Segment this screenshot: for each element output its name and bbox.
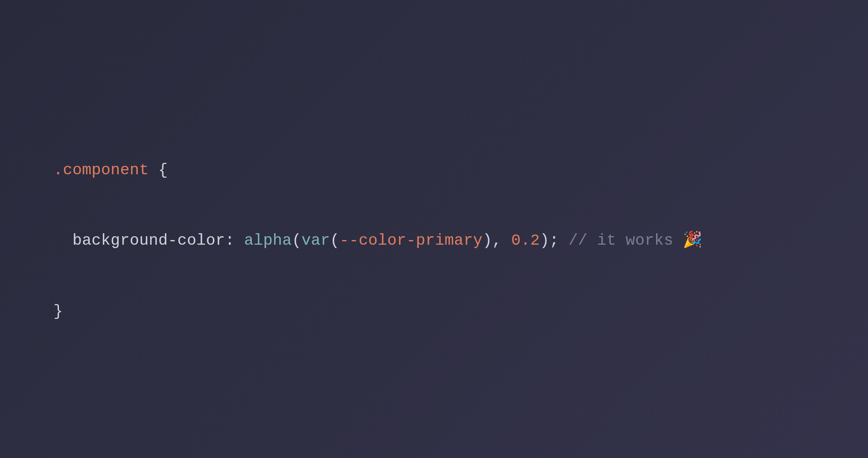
css-var-name: --color-primary [339,232,483,249]
paren-close: ) [540,232,550,249]
func-alpha: alpha [244,232,292,249]
comment: // it works 🎉 [568,232,702,249]
semicolon: ; [549,232,568,249]
indent [53,232,72,249]
paren-open: ( [292,232,302,249]
css-property: background-color [72,232,225,249]
brace-close: } [53,302,63,320]
code-block: .component { background-color: alpha(var… [0,112,703,347]
code-line-2: background-color: alpha(var(--color-prim… [53,229,703,253]
code-line-1: .component { [53,159,703,182]
paren-open-inner: ( [330,232,340,249]
code-line-3: } [53,300,703,324]
number-literal: 0.2 [511,232,540,249]
func-var: var [301,232,330,249]
comma: , [492,232,511,249]
paren-close-inner: ) [483,232,492,249]
colon: : [225,232,244,249]
brace-open: { [149,161,168,179]
css-selector: .component [53,161,149,179]
